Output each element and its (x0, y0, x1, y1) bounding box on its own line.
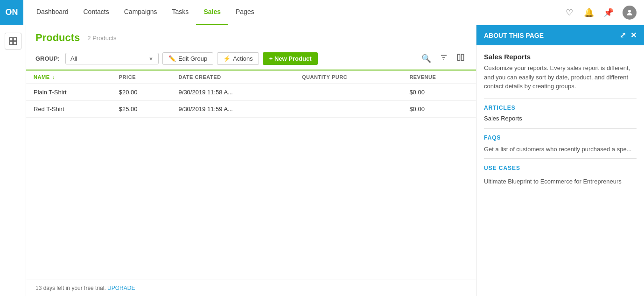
product-qty-1 (294, 84, 402, 101)
products-table-area: NAME ↓ PRICE DATE CREATED QUANTITY PURC … (26, 70, 476, 280)
svg-rect-1 (9, 38, 13, 41)
group-select[interactable]: All ▼ (65, 53, 159, 64)
content-area: Products 2 Products GROUP: All ▼ ✏️ Edit… (26, 25, 476, 296)
actions-button[interactable]: ⚡ Actions (217, 52, 259, 65)
nav-tasks[interactable]: Tasks (165, 0, 196, 25)
svg-rect-8 (457, 54, 460, 61)
page-header: Products 2 Products (26, 25, 476, 48)
nav-campaigns[interactable]: Campaigns (117, 0, 165, 25)
panel-header-actions: ⤢ ✕ (620, 31, 637, 40)
product-price-2: $25.00 (112, 101, 171, 118)
main-layout: Products 2 Products GROUP: All ▼ ✏️ Edit… (0, 25, 644, 296)
topnav: ON Dashboard Contacts Campaigns Tasks Sa… (0, 0, 644, 25)
svg-rect-9 (462, 54, 464, 61)
sort-arrow-icon: ↓ (52, 74, 55, 80)
col-qty[interactable]: QUANTITY PURC (294, 70, 402, 84)
faqs-category[interactable]: FAQS (484, 128, 637, 145)
use-cases-category[interactable]: USE CASES (484, 159, 637, 175)
svg-rect-4 (13, 42, 16, 45)
svg-point-0 (628, 10, 631, 13)
pencil-icon: ✏️ (168, 55, 176, 62)
new-product-button[interactable]: + New Product (263, 52, 318, 65)
product-name-2[interactable]: Red T-Shirt (26, 101, 112, 118)
nav-contacts[interactable]: Contacts (76, 0, 117, 25)
panel-title: ABOUT THIS PAGE (484, 32, 544, 39)
nav-sales[interactable]: Sales (196, 0, 228, 25)
chevron-down-icon: ▼ (148, 56, 154, 62)
product-qty-2 (294, 101, 402, 118)
bookmark-icon[interactable]: 📌 (603, 7, 614, 18)
faqs-text: Get a list of customers who recently pur… (484, 145, 637, 159)
use-cases-text: Ultimate Blueprint to Ecommerce for Entr… (484, 175, 637, 185)
close-icon[interactable]: ✕ (630, 31, 637, 40)
product-price-1: $20.00 (112, 84, 171, 101)
table-row: Plain T-Shirt $20.00 9/30/2019 11:58 A..… (26, 84, 476, 101)
panel-description: Customize your reports. Every sales repo… (484, 63, 637, 91)
col-name[interactable]: NAME ↓ (26, 70, 112, 84)
col-price[interactable]: PRICE (112, 70, 171, 84)
product-revenue-2: $0.00 (402, 101, 476, 118)
product-date-1: 9/30/2019 11:58 A... (171, 84, 294, 101)
table-row: Red T-Shirt $25.00 9/30/2019 11:59 A... … (26, 101, 476, 118)
filter-icon[interactable] (438, 51, 450, 66)
toolbar-right: 🔍 (420, 51, 467, 66)
app-logo[interactable]: ON (0, 0, 23, 25)
lightning-icon: ⚡ (223, 55, 231, 62)
panel-body: Sales Reports Customize your reports. Ev… (476, 45, 644, 296)
user-avatar[interactable] (623, 6, 637, 20)
sidebar (0, 25, 26, 296)
main-nav: Dashboard Contacts Campaigns Tasks Sales… (29, 0, 564, 25)
edit-group-button[interactable]: ✏️ Edit Group (162, 52, 213, 65)
product-name-1[interactable]: Plain T-Shirt (26, 84, 112, 101)
bell-icon[interactable]: 🔔 (583, 7, 595, 18)
col-date-created[interactable]: DATE CREATED (171, 70, 294, 84)
svg-rect-2 (13, 38, 16, 41)
products-table: NAME ↓ PRICE DATE CREATED QUANTITY PURC … (26, 70, 476, 118)
col-revenue[interactable]: REVENUE (402, 70, 476, 84)
upgrade-link[interactable]: UPGRADE (107, 285, 135, 291)
articles-link[interactable]: Sales Reports (484, 115, 637, 127)
panel-section-title: Sales Reports (484, 53, 637, 61)
articles-category[interactable]: ARTICLES (484, 99, 637, 115)
topnav-right: ♡ 🔔 📌 (564, 6, 637, 20)
search-icon[interactable]: 🔍 (420, 52, 433, 65)
expand-icon[interactable]: ⤢ (620, 31, 626, 40)
heart-icon[interactable]: ♡ (564, 7, 575, 18)
columns-icon[interactable] (455, 51, 467, 66)
group-label: GROUP: (35, 55, 60, 62)
panel-header: ABOUT THIS PAGE ⤢ ✕ (476, 25, 644, 45)
product-revenue-1: $0.00 (402, 84, 476, 101)
svg-rect-3 (9, 42, 13, 45)
nav-dashboard[interactable]: Dashboard (29, 0, 76, 25)
footer: 13 days left in your free trial. UPGRADE (26, 280, 476, 296)
page-title: Products (35, 32, 80, 44)
product-date-2: 9/30/2019 11:59 A... (171, 101, 294, 118)
sidebar-list-icon[interactable] (5, 33, 21, 49)
products-count: 2 Products (87, 35, 116, 42)
nav-pages[interactable]: Pages (228, 0, 262, 25)
trial-text: 13 days left in your free trial. (35, 285, 106, 291)
toolbar: GROUP: All ▼ ✏️ Edit Group ⚡ Actions + N… (26, 48, 476, 70)
right-panel: ABOUT THIS PAGE ⤢ ✕ Sales Reports Custom… (476, 25, 644, 296)
